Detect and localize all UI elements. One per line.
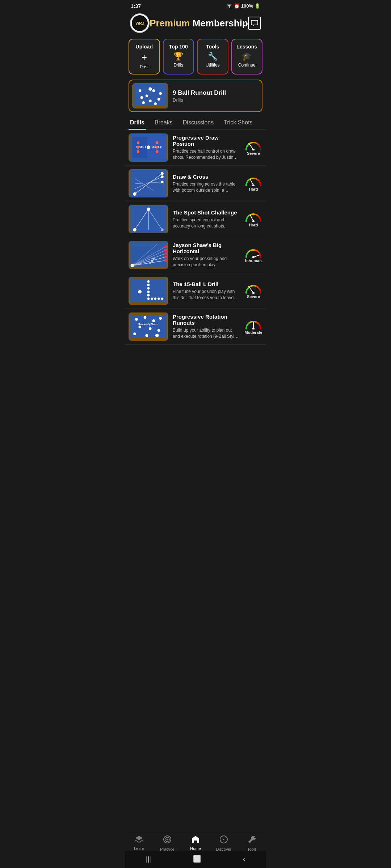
diff-label: Hard bbox=[249, 187, 258, 191]
svg-point-11 bbox=[140, 96, 143, 99]
drill-title: Progressive Rotation Runouts bbox=[173, 314, 240, 326]
svg-point-61 bbox=[164, 252, 167, 255]
upload-button[interactable]: Upload + Post bbox=[129, 39, 160, 75]
svg-point-59 bbox=[164, 259, 167, 262]
drill-title: Jayson Shaw's Big Horizontal bbox=[173, 242, 240, 254]
svg-point-78 bbox=[151, 298, 153, 300]
diff-label: Severe bbox=[247, 151, 260, 156]
drill-title: Draw & Cross bbox=[173, 174, 240, 180]
action-grid: Upload + Post Top 100 🏆 Drills Tools 🔧 U… bbox=[125, 37, 266, 78]
svg-point-94 bbox=[133, 332, 136, 335]
drill-list: LEVEL 1 LEVEL 2 Progressive Draw Positio… bbox=[125, 130, 266, 345]
upload-label: Upload bbox=[136, 44, 153, 50]
drill-item[interactable]: The Spot Shot Challenge Practice speed c… bbox=[125, 201, 266, 237]
difficulty-gauge: Moderate bbox=[244, 319, 262, 335]
tab-breaks[interactable]: Breaks bbox=[153, 116, 174, 129]
svg-point-4 bbox=[139, 89, 142, 92]
svg-point-23 bbox=[156, 141, 159, 144]
top100-label: Top 100 bbox=[169, 44, 188, 50]
svg-rect-1 bbox=[251, 20, 258, 25]
drill-title: The 15-Ball L Drill bbox=[173, 281, 240, 287]
difficulty-gauge: Severe bbox=[244, 140, 262, 156]
svg-point-90 bbox=[159, 317, 162, 320]
lessons-button[interactable]: Lessons 🎓 Continue bbox=[231, 39, 263, 75]
wifi-icon bbox=[226, 3, 232, 9]
svg-point-81 bbox=[161, 298, 164, 300]
svg-point-7 bbox=[157, 98, 160, 101]
header: WRB Premium Membership bbox=[125, 10, 266, 37]
drill-desc: Practice cue ball control on draw shots.… bbox=[173, 148, 240, 161]
svg-point-62 bbox=[164, 249, 167, 252]
drill-thumb bbox=[129, 205, 168, 233]
svg-point-93 bbox=[157, 329, 160, 332]
svg-point-95 bbox=[145, 334, 148, 337]
tools-button[interactable]: Tools 🔧 Utilities bbox=[197, 39, 228, 75]
svg-point-13 bbox=[148, 87, 152, 90]
featured-drill[interactable]: 9 Ball Runout Drill Drills bbox=[129, 80, 262, 112]
featured-info: 9 Ball Runout Drill Drills bbox=[173, 89, 259, 103]
recent-button[interactable]: ‹ bbox=[236, 854, 252, 864]
svg-point-73 bbox=[147, 284, 150, 286]
svg-point-46 bbox=[147, 208, 150, 211]
drill-thumb bbox=[129, 241, 168, 269]
top100-button[interactable]: Top 100 🏆 Drills bbox=[163, 39, 194, 75]
battery-icon: 🔋 bbox=[255, 3, 260, 9]
drill-item[interactable]: LEVEL 1 LEVEL 2 Progressive Draw Positio… bbox=[125, 130, 266, 166]
drill-desc: Fine tune your position play with this d… bbox=[173, 289, 240, 301]
lessons-icon: 🎓 bbox=[242, 52, 252, 61]
svg-point-5 bbox=[146, 94, 148, 97]
tab-drills[interactable]: Drills bbox=[129, 116, 146, 129]
featured-title: 9 Ball Runout Drill bbox=[173, 89, 259, 97]
logo[interactable]: WRB bbox=[130, 13, 150, 33]
svg-point-64 bbox=[131, 264, 134, 267]
header-title: Premium Membership bbox=[150, 18, 248, 29]
svg-point-37 bbox=[161, 175, 164, 178]
tab-discussions[interactable]: Discussions bbox=[181, 116, 215, 129]
svg-point-74 bbox=[147, 287, 150, 290]
drill-item[interactable]: Randomly Placed Progressive Rotation Run… bbox=[125, 309, 266, 345]
svg-point-91 bbox=[138, 326, 141, 328]
bottom-nav: Learn Practice Home Discover Tools bbox=[125, 832, 266, 854]
svg-line-83 bbox=[249, 286, 253, 293]
status-icons: ⏰ 100% 🔋 bbox=[226, 3, 260, 9]
nav-tools[interactable]: Tools bbox=[238, 835, 266, 851]
drill-item[interactable]: Draw & Cross Practice coming across the … bbox=[125, 166, 266, 201]
svg-point-88 bbox=[144, 316, 147, 319]
svg-point-72 bbox=[147, 280, 150, 283]
svg-point-47 bbox=[133, 228, 136, 231]
diff-label: Inhuman bbox=[245, 259, 262, 263]
tools-sub: Utilities bbox=[206, 63, 220, 68]
drill-item[interactable]: The 15-Ball L Drill Fine tune your posit… bbox=[125, 273, 266, 309]
svg-point-35 bbox=[133, 192, 136, 196]
status-time: 1:37 bbox=[131, 3, 141, 9]
svg-point-66 bbox=[151, 260, 153, 262]
svg-point-24 bbox=[156, 146, 159, 149]
featured-subtitle: Drills bbox=[173, 97, 259, 103]
nav-discover[interactable]: Discover bbox=[210, 835, 238, 851]
lessons-sub: Continue bbox=[238, 63, 256, 68]
nav-home[interactable]: Home bbox=[181, 835, 210, 851]
svg-point-77 bbox=[147, 298, 150, 300]
svg-point-76 bbox=[147, 294, 150, 297]
tab-trickshots[interactable]: Trick Shots bbox=[222, 116, 254, 129]
membership-label: Membership bbox=[193, 18, 248, 29]
premium-label: Premium bbox=[150, 18, 190, 29]
drill-info: Jayson Shaw's Big Horizontal Work on you… bbox=[173, 242, 240, 268]
lessons-label: Lessons bbox=[236, 44, 257, 50]
svg-point-87 bbox=[135, 318, 138, 321]
nav-practice[interactable]: Practice bbox=[153, 835, 181, 851]
back-button[interactable]: ||| bbox=[139, 854, 158, 864]
learn-icon bbox=[135, 835, 143, 845]
home-button[interactable]: ⬜ bbox=[186, 854, 208, 864]
logo-text: WRB bbox=[132, 15, 148, 31]
nav-learn[interactable]: Learn bbox=[125, 835, 153, 851]
svg-point-102 bbox=[167, 839, 168, 841]
upload-icon: + bbox=[142, 52, 147, 63]
svg-point-12 bbox=[159, 92, 162, 95]
svg-point-21 bbox=[137, 146, 140, 149]
difficulty-gauge: Inhuman bbox=[244, 247, 262, 263]
drill-info: Progressive Rotation Runouts Build up yo… bbox=[173, 314, 240, 340]
svg-point-8 bbox=[142, 101, 145, 104]
chat-icon[interactable] bbox=[248, 17, 261, 30]
drill-item[interactable]: Jayson Shaw's Big Horizontal Work on you… bbox=[125, 237, 266, 273]
